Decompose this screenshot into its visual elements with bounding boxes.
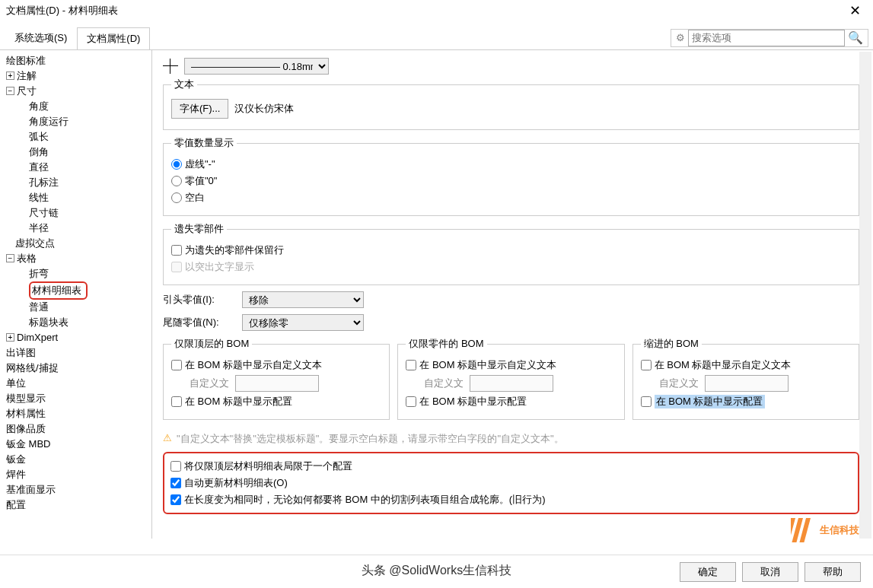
font-button[interactable]: 字体(F)... [171,99,228,119]
image-caption: 头条 @SolidWorks生信科技 [355,561,518,580]
group-legend: 缩进的 BOM [641,337,702,351]
tree-item[interactable]: 配置 [5,497,151,513]
font-name: 汉仪长仿宋体 [234,102,294,116]
custom-text-input [705,375,789,392]
tree-item[interactable]: 弧长 [5,129,151,145]
tree-item[interactable]: 模型显示 [5,391,151,406]
tree-item[interactable]: 直径 [5,160,151,175]
chk-custom-text[interactable] [641,360,652,370]
chk-auto-update-bom[interactable] [170,478,181,488]
tree-item[interactable]: 线性 [5,190,151,205]
tree-nav[interactable]: 绘图标准 +注解 −尺寸 角度 角度运行 弧长 倒角 直径 孔标注 线性 尺寸链… [0,50,152,539]
chk-show-config[interactable] [171,396,182,407]
custom-text-input [470,375,553,392]
warning-icon: ⚠ [163,432,172,446]
ok-button[interactable]: 确定 [680,562,736,582]
tree-item[interactable]: 焊件 [5,467,151,482]
zero-legend: 零值数量显示 [171,136,237,150]
leading-zero-select[interactable]: 移除 [242,291,364,308]
tree-item[interactable]: 钣金 [5,452,151,467]
chk-custom-text[interactable] [406,360,416,370]
chk-label: 将仅限顶层材料明细表局限于一个配置 [184,459,352,473]
tree-item[interactable]: 折弯 [5,266,151,281]
tree-item-bom[interactable]: 材料明细表 [5,281,151,300]
trailing-zero-label: 尾随零值(N): [163,316,231,329]
warning-text: ⚠ "自定义文本"替换"选定模板标题"。要显示空白标题，请显示带空白字段的"自定… [163,432,859,446]
tree-item[interactable]: −表格 [5,251,151,266]
help-button[interactable]: 帮助 [804,562,861,582]
search-icon[interactable]: 🔍 [848,30,863,45]
chk-combine-cutlist[interactable] [170,494,181,505]
radio-label: 虚线"-" [185,157,215,171]
missing-parts-group: 遗失零部件 为遗失的零部件保留行 以突出文字显示 [163,222,859,285]
text-group: 文本 字体(F)... 汉仪长仿宋体 [163,78,859,130]
tree-item[interactable]: +DimXpert [5,330,151,345]
watermark-logo: 生信科技 [791,518,859,542]
crosshair-icon[interactable] [163,59,178,74]
tree-item[interactable]: 图像品质 [5,421,151,437]
radio-zero[interactable] [171,176,182,186]
tree-item[interactable]: 倒角 [5,145,151,160]
close-icon[interactable]: ✕ [843,2,867,19]
tree-item[interactable]: 绘图标准 [5,53,151,68]
tree-item[interactable]: 普通 [5,300,151,315]
subtext-label: 自定义文 [659,377,699,390]
tree-item[interactable]: 基准面显示 [5,482,151,497]
gear-icon: ⚙ [676,32,685,43]
radio-blank[interactable] [171,192,182,203]
collapse-icon[interactable]: − [6,87,14,95]
tree-item[interactable]: 孔标注 [5,175,151,190]
subtext-label: 自定义文 [190,377,229,390]
zero-display-group: 零值数量显示 虚线"-" 零值"0" 空白 [163,136,859,216]
tab-document-properties[interactable]: 文档属性(D) [77,27,150,49]
expand-icon[interactable]: + [6,333,14,342]
tree-item[interactable]: 单位 [5,376,151,391]
chk-label: 在 BOM 标题中显示自定义文本 [655,358,792,372]
tab-system-options[interactable]: 系统选项(S) [5,27,77,49]
chk-label: 在长度变为相同时，无论如何都要将 BOM 中的切割列表项目组合成轮廓。(旧行为) [184,493,546,507]
chk-label: 自动更新材料明细表(O) [184,476,288,490]
line-weight-select[interactable]: ————————— 0.18mm [184,58,329,75]
tree-item[interactable]: −尺寸 [5,84,151,99]
tree-item[interactable]: 尺寸链 [5,205,151,221]
bom-parts-only-group: 仅限零件的 BOM 在 BOM 标题中显示自定义文本 自定义文 在 BOM 标题… [397,337,624,420]
tree-item[interactable]: 标题块表 [5,315,151,330]
chk-restrict-one-config[interactable] [170,461,181,472]
content-panel: ————————— 0.18mm 文本 字体(F)... 汉仪长仿宋体 零值数量… [152,50,873,539]
collapse-icon[interactable]: − [6,254,14,262]
tree-item[interactable]: 材料属性 [5,406,151,421]
chk-label: 在 BOM 标题中显示配置 [185,395,292,408]
chk-highlight-text [171,262,182,272]
tree-item[interactable]: 虚拟交点 [5,236,151,251]
bom-indented-group: 缩进的 BOM 在 BOM 标题中显示自定义文本 自定义文 在 BOM 标题中显… [632,337,859,420]
chk-label: 在 BOM 标题中显示自定义文本 [419,358,556,372]
chk-show-config[interactable] [641,396,652,407]
group-legend: 仅限零件的 BOM [406,337,486,351]
search-box[interactable]: ⚙ 🔍 [671,29,868,47]
tree-item[interactable]: +注解 [5,68,151,84]
leading-zero-label: 引头零值(I): [163,293,231,307]
scrollbar[interactable] [859,52,871,539]
tree-item[interactable]: 角度运行 [5,114,151,129]
tree-item[interactable]: 半径 [5,221,151,236]
expand-icon[interactable]: + [6,72,14,80]
search-input[interactable] [688,30,845,46]
chk-label: 在 BOM 标题中显示配置 [655,395,765,408]
chk-label: 在 BOM 标题中显示自定义文本 [185,358,322,372]
bom-top-only-group: 仅限顶层的 BOM 在 BOM 标题中显示自定义文本 自定义文 在 BOM 标题… [163,337,390,420]
chk-show-config[interactable] [406,396,416,407]
radio-dash[interactable] [171,159,182,170]
chk-keep-row[interactable] [171,245,182,256]
tree-item[interactable]: 网格线/捕捉 [5,361,151,376]
chk-label: 为遗失的零部件保留行 [185,243,284,257]
missing-legend: 遗失零部件 [171,222,227,236]
tree-item[interactable]: 出详图 [5,345,151,361]
text-legend: 文本 [171,78,197,91]
radio-label: 零值"0" [185,174,217,188]
trailing-zero-select[interactable]: 仅移除零 [242,314,364,331]
tree-item[interactable]: 角度 [5,99,151,114]
cancel-button[interactable]: 取消 [742,562,798,582]
chk-custom-text[interactable] [171,360,182,370]
radio-label: 空白 [185,191,205,205]
tree-item[interactable]: 钣金 MBD [5,437,151,452]
